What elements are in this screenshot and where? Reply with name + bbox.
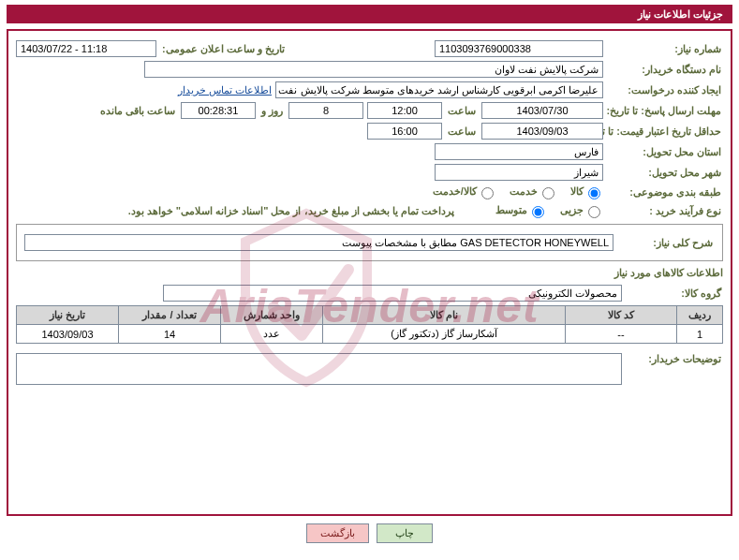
panel-header: جزئیات اطلاعات نیاز: [7, 5, 732, 23]
reply-time-field: 12:00: [367, 102, 442, 119]
label-province: استان محل تحویل:: [607, 146, 723, 158]
radio-service[interactable]: [542, 187, 554, 199]
days-remaining-field: 8: [288, 102, 363, 119]
label-requester: ایجاد کننده درخواست:: [607, 84, 723, 96]
radio-service-label: خدمت: [510, 184, 557, 199]
label-general-desc: شرح کلی نیاز:: [617, 237, 715, 249]
time-remaining-field: 00:28:31: [181, 102, 256, 119]
print-button[interactable]: چاپ: [377, 523, 433, 543]
label-announce-dt: تاریخ و ساعت اعلان عمومی:: [160, 43, 287, 55]
requester-field: علیرضا اکرمی ابرقویی کارشناس ارشد خریدها…: [275, 81, 603, 98]
table-header-row: ردیف کد کالا نام کالا واحد شمارش تعداد /…: [17, 306, 723, 325]
radio-medium[interactable]: [532, 206, 544, 218]
cell-unit: عدد: [221, 325, 323, 344]
col-need-date: تاریخ نیاز: [17, 306, 119, 325]
cell-row: 1: [677, 325, 723, 344]
label-buyer-org: نام دستگاه خریدار:: [607, 64, 723, 76]
radio-goods[interactable]: [588, 187, 600, 199]
radio-goods-label: کالا: [570, 184, 603, 199]
label-remaining: ساعت باقی مانده: [98, 105, 177, 117]
buyer-contact-link[interactable]: اطلاعات تماس خریدار: [178, 84, 272, 96]
items-table: ردیف کد کالا نام کالا واحد شمارش تعداد /…: [16, 305, 723, 344]
label-days-and: روز و: [259, 105, 285, 117]
radio-goods-service[interactable]: [481, 187, 494, 199]
validity-date-field: 1403/09/03: [481, 123, 603, 140]
col-item-code: کد کالا: [566, 306, 677, 325]
table-row: 1 -- آشکارساز گاز (دتکتور گاز) عدد 14 14…: [17, 325, 723, 344]
radio-partial-label: جزیی: [560, 203, 603, 218]
col-unit: واحد شمارش: [221, 306, 323, 325]
cell-item-code: --: [566, 325, 677, 344]
announce-datetime-field: 1403/07/22 - 11:18: [16, 40, 156, 57]
city-field: شیراز: [435, 164, 603, 181]
label-buyer-notes: توضیحات خریدار:: [626, 353, 723, 365]
radio-medium-label: متوسط: [495, 203, 547, 218]
label-purchase-type: نوع فرآیند خرید :: [607, 205, 723, 217]
col-qty: تعداد / مقدار: [119, 306, 221, 325]
buyer-org-field: شرکت پالایش نفت لاوان: [144, 61, 603, 78]
action-buttons: چاپ بازگشت: [1, 523, 738, 543]
label-hour-2: ساعت: [446, 125, 478, 138]
reply-date-field: 1403/07/30: [481, 102, 603, 119]
province-field: فارس: [435, 143, 603, 160]
general-desc-panel: شرح کلی نیاز: GAS DETECTOR HONEYWELL مطا…: [16, 224, 723, 261]
label-reply-deadline: مهلت ارسال پاسخ: تا تاریخ:: [607, 105, 723, 116]
back-button[interactable]: بازگشت: [306, 523, 369, 543]
label-price-validity: حداقل تاریخ اعتبار قیمت: تا تاریخ:: [607, 125, 723, 137]
label-need-no: شماره نیاز:: [607, 43, 723, 55]
cell-need-date: 1403/09/03: [17, 325, 119, 344]
label-hour-1: ساعت: [446, 105, 478, 117]
radio-partial[interactable]: [588, 206, 600, 218]
label-item-group: گروه کالا:: [626, 287, 723, 300]
general-desc-field: GAS DETECTOR HONEYWELL مطابق با مشخصات پ…: [24, 234, 613, 251]
validity-time-field: 16:00: [367, 123, 442, 140]
label-city: شهر محل تحویل:: [607, 167, 723, 179]
col-row: ردیف: [677, 306, 723, 325]
cell-item-name: آشکارساز گاز (دتکتور گاز): [323, 325, 566, 344]
items-info-title: اطلاعات کالاهای مورد نیاز: [16, 267, 723, 279]
radio-goods-service-label: کالا/خدمت: [433, 184, 496, 199]
item-group-field: محصولات الکترونیکی: [163, 285, 622, 302]
payment-note: پرداخت تمام یا بخشی از مبلغ خرید، از محل…: [128, 205, 454, 217]
need-number-field: 1103093769000338: [435, 40, 603, 57]
main-panel: AriaTender.net شماره نیاز: 1103093769000…: [7, 29, 732, 516]
cell-qty: 14: [119, 325, 221, 344]
label-subject-cat: طبقه بندی موضوعی:: [607, 186, 723, 199]
buyer-notes-field: [16, 353, 622, 385]
col-item-name: نام کالا: [323, 306, 566, 325]
